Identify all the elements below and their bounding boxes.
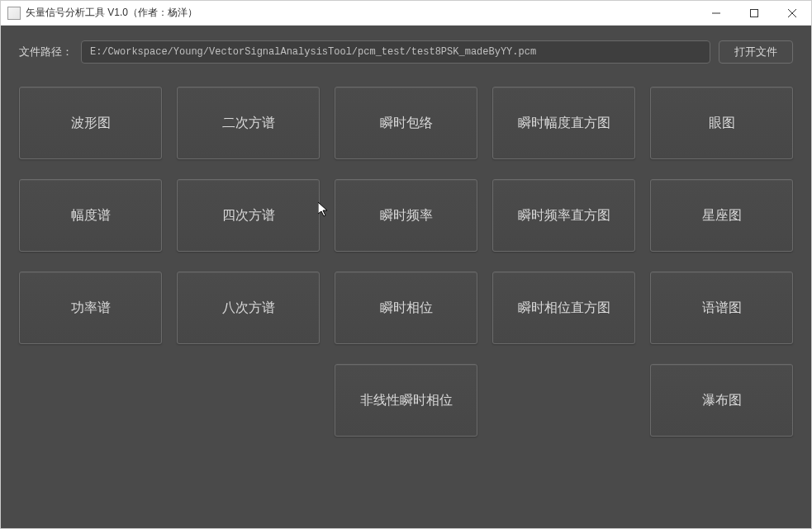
inst-amp-hist-button[interactable]: 瞬时幅度直方图 xyxy=(492,87,635,159)
minimize-button[interactable] xyxy=(697,1,735,25)
app-icon xyxy=(7,7,21,20)
inst-phase-hist-button[interactable]: 瞬时相位直方图 xyxy=(492,272,635,344)
inst-freq-hist-button[interactable]: 瞬时频率直方图 xyxy=(492,179,635,252)
file-path-label: 文件路径： xyxy=(19,45,73,59)
client-area: 文件路径： 打开文件 波形图 二次方谱 瞬时包络 瞬时幅度直方图 眼图 幅度谱 … xyxy=(1,26,811,528)
inst-envelope-button[interactable]: 瞬时包络 xyxy=(335,87,477,159)
file-path-row: 文件路径： 打开文件 xyxy=(19,40,793,64)
square-spectrum-button[interactable]: 二次方谱 xyxy=(177,87,320,159)
maximize-button[interactable] xyxy=(735,1,773,25)
amp-spectrum-button[interactable]: 幅度谱 xyxy=(19,179,162,252)
svg-line-2 xyxy=(788,9,796,17)
waveform-button[interactable]: 波形图 xyxy=(19,87,162,159)
close-button[interactable] xyxy=(773,1,811,25)
svg-rect-1 xyxy=(751,9,758,17)
eye-diagram-button[interactable]: 眼图 xyxy=(650,87,793,159)
nonlinear-inst-phase-button[interactable]: 非线性瞬时相位 xyxy=(335,364,477,437)
inst-phase-button[interactable]: 瞬时相位 xyxy=(335,272,477,344)
titlebar: 矢量信号分析工具 V1.0（作者：杨洋） xyxy=(1,1,811,26)
open-file-button[interactable]: 打开文件 xyxy=(719,40,793,64)
constellation-button[interactable]: 星座图 xyxy=(650,179,793,252)
file-path-input[interactable] xyxy=(81,40,710,64)
octic-spectrum-button[interactable]: 八次方谱 xyxy=(177,272,320,344)
quartic-spectrum-button[interactable]: 四次方谱 xyxy=(177,179,320,252)
window-title: 矢量信号分析工具 V1.0（作者：杨洋） xyxy=(26,6,697,20)
app-window: 矢量信号分析工具 V1.0（作者：杨洋） 文件路径： 打开文件 波形图 二次方谱 xyxy=(0,0,812,529)
spectrogram-button[interactable]: 语谱图 xyxy=(650,272,793,344)
open-file-label: 打开文件 xyxy=(734,45,777,59)
power-spectrum-button[interactable]: 功率谱 xyxy=(19,272,162,344)
window-controls xyxy=(697,1,811,25)
svg-line-3 xyxy=(788,9,796,17)
waterfall-button[interactable]: 瀑布图 xyxy=(650,364,793,437)
inst-freq-button[interactable]: 瞬时频率 xyxy=(335,179,477,252)
button-grid: 波形图 二次方谱 瞬时包络 瞬时幅度直方图 眼图 幅度谱 四次方谱 瞬时频率 瞬… xyxy=(19,87,793,437)
